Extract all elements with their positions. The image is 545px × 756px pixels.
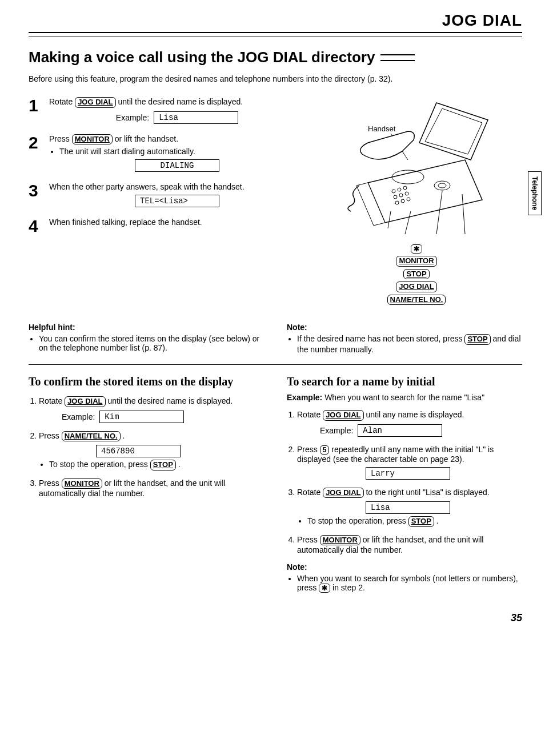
jog-dial-key-label: JOG DIAL [396,282,436,292]
side-tab: Telephone [528,171,542,215]
confirm-title: To confirm the stored items on the displ… [29,375,264,388]
search-section: To search for a name by initial Example:… [287,372,522,595]
search-step-text: Press [297,535,320,544]
handset-label: Handset [368,124,396,133]
example-text: When you want to search for the name "Li… [324,393,484,402]
diagram-column: Telephone Handset [311,97,522,307]
jog-dial-key: JOG DIAL [323,410,363,421]
step-number: 4 [29,218,49,235]
star-key-label: ✱ [411,244,422,254]
stop-key: STOP [464,334,490,345]
step-text: Rotate [49,97,75,106]
confirm-step-text: until the desired name is displayed. [107,396,233,405]
lcd-display: Kim [99,411,184,423]
helpful-hint-heading: Helpful hint: [29,323,264,332]
lcd-display: Lisa [154,111,238,124]
confirm-step-text: Press [39,431,62,440]
step-text: Press [49,134,72,143]
step-text: When finished talking, replace the hands… [49,218,202,227]
step-text: When the other party answers, speak with… [49,182,245,191]
stop-key: STOP [408,516,434,527]
jog-dial-key: JOG DIAL [65,396,105,407]
step-text: or lift the handset. [115,134,178,143]
lcd-display: TEL=<Lisa> [135,195,219,207]
search-step-text: Press [297,445,320,454]
note-heading: Note: [287,323,522,332]
lcd-display: DIALING [135,159,219,172]
jog-dial-key: JOG DIAL [75,97,115,108]
search-note-text: in step 2. [332,583,365,592]
confirm-step-text: Press [39,478,62,488]
page-number: 35 [29,612,522,624]
search-step-text: Rotate [297,410,323,419]
star-key: ✱ [319,584,330,593]
name-tel-key-label: NAME/TEL NO. [387,295,446,305]
page-title: Making a voice call using the JOG DIAL d… [29,49,522,66]
search-bullet: To stop the operation, press [307,516,408,525]
digit-5-key: 5 [320,445,330,455]
svg-marker-3 [368,160,482,223]
fax-machine-diagram: Handset [322,97,511,240]
step-bullet: The unit will start dialing automaticall… [59,147,305,156]
title-decoration [380,54,415,61]
note-text: If the desired name has not been stored,… [297,334,522,354]
step-number: 1 [29,97,49,124]
example-label: Example: [116,113,149,122]
lcd-display: Alan [358,424,442,437]
confirm-step-text: . [123,431,125,440]
steps-list: 1 Rotate JOG DIAL until the desired name… [29,97,305,307]
note-text-a: If the desired name has not been stored,… [297,334,464,343]
step-number: 2 [29,134,49,172]
search-step-text: until any name is displayed. [366,410,464,419]
jog-dial-key: JOG DIAL [323,488,363,498]
section-header: JOG DIAL [29,11,522,33]
name-tel-key: NAME/TEL NO. [62,431,121,442]
example-label: Example: [62,412,95,421]
search-title: To search for a name by initial [287,375,522,388]
example-label: Example: [320,426,353,435]
hint-text: You can confirm the stored items on the … [39,334,264,352]
confirm-bullet: . [178,460,181,469]
search-step-text: Rotate [297,488,323,497]
stop-key-label: STOP [403,269,429,280]
step-number: 3 [29,182,49,207]
lcd-display: 4567890 [96,445,181,457]
lcd-display: Lisa [366,501,450,514]
example-label: Example: [287,393,322,402]
monitor-key: MONITOR [62,478,102,489]
confirm-section: To confirm the stored items on the displ… [29,372,264,595]
lcd-display: Larry [366,467,450,480]
step-text: until the desired name is displayed. [118,97,243,106]
monitor-key: MONITOR [72,134,113,145]
monitor-key: MONITOR [320,535,360,546]
search-note-heading: Note: [287,562,522,572]
title-text: Making a voice call using the JOG DIAL d… [29,49,375,66]
monitor-key-label: MONITOR [396,256,436,267]
search-note-text: When you want to search for symbols (not… [297,574,518,592]
search-step-text: to the right until "Lisa" is displayed. [366,488,489,497]
confirm-bullet: To stop the operation, press [49,460,150,469]
intro-text: Before using this feature, program the d… [29,74,522,83]
search-bullet: . [436,516,439,525]
stop-key: STOP [150,460,176,471]
svg-marker-1 [419,103,488,160]
confirm-step-text: Rotate [39,396,65,405]
